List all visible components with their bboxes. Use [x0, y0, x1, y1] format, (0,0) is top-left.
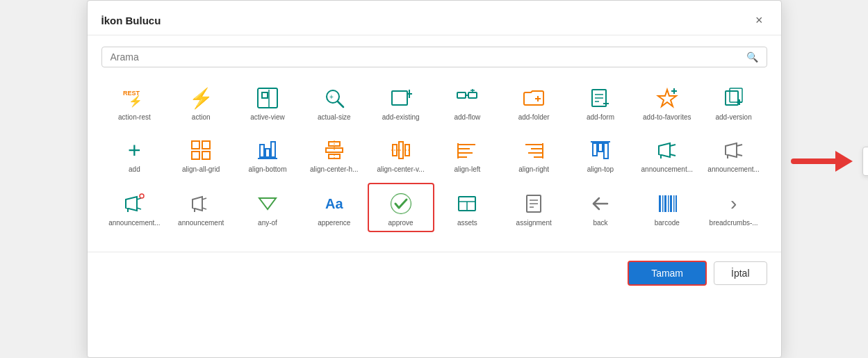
icon-announcement-4[interactable]: announcement [167, 183, 234, 232]
svg-point-76 [391, 194, 411, 213]
svg-rect-86 [662, 195, 664, 212]
svg-marker-74 [259, 198, 276, 209]
icon-align-left-label: align-left [439, 165, 495, 173]
icon-back-label: back [573, 219, 628, 227]
icon-align-bottom[interactable]: align-bottom [234, 131, 301, 177]
icon-add-existing-label: add-existing [373, 113, 429, 121]
icon-announcement-2[interactable]: announcement... [701, 131, 767, 177]
icon-add-folder[interactable]: add-folder [500, 79, 567, 125]
icon-action-rest-label: action-rest [106, 113, 162, 121]
svg-rect-88 [668, 195, 669, 212]
icon-announcement-1-label: announcement... [639, 165, 695, 173]
icon-barcode-label: barcode [639, 219, 695, 227]
svg-rect-3 [262, 92, 268, 98]
svg-rect-36 [265, 149, 270, 157]
dialog-footer: Tamam İptal [88, 252, 781, 294]
icon-align-right-label: align-right [506, 165, 562, 173]
icon-apperence[interactable]: Aa apperence [301, 183, 368, 232]
icon-assignment-label: assignment [506, 219, 562, 227]
icon-add-version-label: add-version [706, 113, 762, 121]
dialog-body: 🔍 REST ⚡ action-rest ⚡ action [88, 35, 781, 249]
icon-action[interactable]: ⚡ action [167, 79, 234, 125]
icon-active-view[interactable]: active-view [234, 79, 301, 125]
icon-add-flow-label: add-flow [439, 113, 495, 121]
icon-any-of-label: any-of [240, 219, 295, 227]
svg-rect-8 [392, 91, 407, 105]
svg-rect-91 [675, 195, 677, 212]
icon-add-flow[interactable]: add-flow [434, 79, 501, 125]
icon-align-center-h-label: align-center-h... [306, 165, 362, 173]
icon-approve[interactable]: approve [368, 183, 434, 232]
svg-rect-32 [202, 141, 210, 149]
svg-rect-34 [202, 152, 210, 159]
icon-actual-size-label: actual-size [306, 113, 362, 121]
svg-rect-90 [673, 195, 675, 212]
icon-align-bottom-label: align-bottom [240, 165, 295, 173]
icon-assignment[interactable]: assignment [500, 183, 567, 232]
dialog-header: İkon Bulucu × [88, 1, 781, 35]
svg-rect-89 [670, 195, 672, 212]
icon-align-right[interactable]: align-right [500, 131, 567, 177]
icon-add-existing[interactable]: add-existing [368, 79, 434, 125]
svg-rect-11 [457, 92, 466, 98]
icon-breadcrumbs-label: breadcrumbs-... [706, 219, 762, 227]
icon-row-3: announcement... announcement any-of Aa a… [101, 183, 767, 232]
icon-align-all-grid-label: align-all-grid [173, 165, 229, 173]
icon-add-label: add [106, 165, 162, 173]
icon-add-to-favorites-label: add-to-favorites [639, 113, 695, 121]
icon-add-form[interactable]: add-form [567, 79, 634, 125]
icon-assets[interactable]: assets [434, 183, 501, 232]
icon-assets-label: assets [439, 219, 495, 227]
cancel-button[interactable]: İptal [714, 261, 767, 285]
search-input[interactable] [110, 51, 746, 63]
ok-button[interactable]: Tamam [628, 261, 707, 286]
svg-line-6 [338, 101, 343, 107]
icon-align-all-grid[interactable]: align-all-grid [167, 131, 234, 177]
svg-rect-58 [598, 143, 603, 152]
svg-line-64 [737, 145, 742, 146]
red-arrow-icon [790, 144, 853, 179]
icon-apperence-label: apperence [306, 219, 362, 227]
icon-align-top-label: align-top [573, 165, 628, 173]
svg-marker-93 [835, 151, 853, 172]
icon-announcement-2-label: announcement... [706, 165, 762, 173]
icon-align-center-v-label: align-center-v... [373, 165, 429, 173]
svg-rect-37 [271, 142, 275, 157]
svg-rect-33 [192, 152, 199, 159]
icon-barcode[interactable]: barcode [634, 183, 701, 232]
svg-rect-35 [260, 145, 264, 157]
icon-row-1: REST ⚡ action-rest ⚡ action active-view … [101, 79, 767, 125]
svg-rect-12 [468, 92, 477, 98]
search-bar: 🔍 [101, 47, 767, 67]
close-button[interactable]: × [751, 12, 767, 29]
icon-align-center-h[interactable]: align-center-h... [301, 131, 368, 177]
dialog-title: İkon Bulucu [101, 15, 161, 26]
icon-action-rest[interactable]: REST ⚡ action-rest [101, 79, 168, 125]
icon-back[interactable]: back [567, 183, 634, 232]
icon-any-of[interactable]: any-of [234, 183, 301, 232]
icon-announcement-4-label: announcement [173, 219, 229, 227]
icon-action-label: action [173, 113, 229, 121]
icon-announcement-1[interactable]: announcement... [634, 131, 701, 177]
icon-finder-dialog: İkon Bulucu × 🔍 REST ⚡ action-rest ⚡ act… [87, 0, 782, 358]
icon-align-left[interactable]: align-left [434, 131, 501, 177]
icon-add[interactable]: + add [101, 131, 168, 177]
icon-breadcrumbs[interactable]: › breadcrumbs-... [701, 183, 767, 232]
icon-active-view-label: active-view [240, 113, 295, 121]
svg-rect-85 [659, 195, 661, 212]
icon-add-version[interactable]: add-version [701, 79, 767, 125]
search-icon: 🔍 [746, 51, 758, 63]
icon-align-center-v[interactable]: align-center-v... [368, 131, 434, 177]
icon-announcement-3-label: announcement... [106, 219, 162, 227]
icon-announcement-3[interactable]: announcement... [101, 183, 168, 232]
icon-add-to-favorites[interactable]: add-to-favorites [634, 79, 701, 125]
svg-text:+: + [329, 93, 334, 101]
preview-button: ✓ Buton [862, 147, 868, 176]
icon-add-folder-label: add-folder [506, 113, 562, 121]
preview-area: ✓ Buton [790, 144, 868, 179]
icon-actual-size[interactable]: + actual-size [301, 79, 368, 125]
svg-rect-27 [726, 91, 738, 105]
svg-rect-57 [593, 143, 597, 156]
icon-align-top[interactable]: align-top [567, 131, 634, 177]
icon-row-2: + add align-all-grid align-bottom align [101, 131, 767, 177]
